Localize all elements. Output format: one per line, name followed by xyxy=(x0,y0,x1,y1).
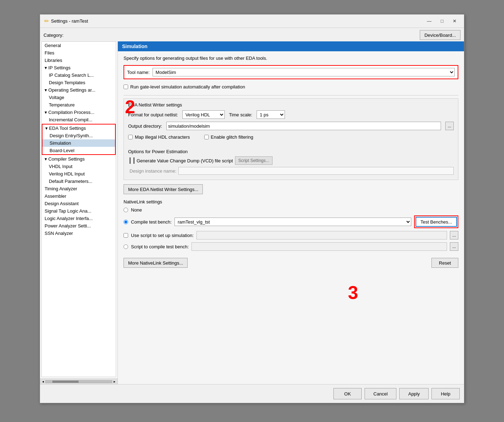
test-benches-button[interactable]: Test Benches... xyxy=(416,217,457,227)
category-panel: General Files Libraries ▾ IP Settings IP… xyxy=(40,41,118,384)
sidebar-item-compiler-settings[interactable]: ▾ Compiler Settings xyxy=(42,155,116,163)
sidebar-item-simulation[interactable]: Simulation xyxy=(42,139,115,147)
bottom-bar: OK Cancel Apply Help xyxy=(40,384,464,403)
enable-glitch-checkbox[interactable] xyxy=(204,135,209,139)
use-script-browse-button[interactable]: ... xyxy=(450,231,458,239)
time-scale-select[interactable]: 1 ps 10 ps 100 ps 1 ns xyxy=(257,110,285,119)
title-bar: ✏ Settings - ramTest — □ ✕ xyxy=(40,15,464,28)
script-compile-radio[interactable] xyxy=(124,244,128,249)
vcd-bar-icon xyxy=(130,157,131,164)
app-icon: ✏ xyxy=(44,18,49,24)
sidebar-item-signal-tap[interactable]: Signal Tap Logic Ana... xyxy=(42,207,116,215)
reset-button[interactable]: Reset xyxy=(431,258,458,268)
sidebar-item-ssn-analyzer[interactable]: SSN Analyzer xyxy=(42,230,116,237)
tool-name-label: Tool name: xyxy=(127,70,150,75)
use-script-input[interactable] xyxy=(196,231,447,239)
more-eda-settings-button[interactable]: More EDA Netlist Writer Settings... xyxy=(124,184,203,194)
scroll-right-icon[interactable]: ▸ xyxy=(114,380,115,383)
section-header: Simulation xyxy=(118,41,464,51)
power-estimation-section: Options for Power Estimation Generate Va… xyxy=(128,149,454,175)
nativelink-title: NativeLink settings xyxy=(124,199,458,204)
sidebar-item-incremental-comp[interactable]: Incremental Compil... xyxy=(42,116,116,123)
minimize-button[interactable]: — xyxy=(424,17,435,25)
sidebar-item-default-params[interactable]: Default Parameters... xyxy=(42,178,116,185)
sidebar-item-timing-analyzer[interactable]: Timing Analyzer xyxy=(42,185,116,192)
map-illegal-label: Map illegal HDL characters xyxy=(135,134,190,140)
sidebar-item-design-templates[interactable]: Design Templates xyxy=(42,79,116,86)
device-board-button[interactable]: Device/Board... xyxy=(420,30,460,40)
none-label: None xyxy=(131,207,142,213)
vcd-bar2-icon xyxy=(133,157,134,164)
help-button[interactable]: Help xyxy=(431,388,460,399)
design-instance-label: Design instance name: xyxy=(130,168,176,174)
sidebar-item-ip-catalog[interactable]: IP Catalog Search L... xyxy=(42,71,116,79)
none-radio-row: None xyxy=(124,207,458,213)
sidebar-item-general[interactable]: General xyxy=(42,42,116,49)
sidebar-item-temperature[interactable]: Temperature xyxy=(42,101,116,109)
sidebar-item-compilation-process[interactable]: ▾ Compilation Process... xyxy=(42,109,116,116)
use-script-label: Use script to set up simulation: xyxy=(131,233,194,238)
maximize-button[interactable]: □ xyxy=(437,17,447,25)
vcd-label: Generate Value Change Dump (VCD) file sc… xyxy=(137,158,233,163)
sidebar-item-verilog-hdl[interactable]: Verilog HDL Input xyxy=(42,170,116,178)
two-checkboxes-row: Map illegal HDL characters Enable glitch… xyxy=(128,133,454,145)
sidebar-item-board-level[interactable]: Board-Level xyxy=(42,147,115,154)
compile-radio[interactable] xyxy=(124,220,128,224)
output-dir-browse-button[interactable]: ... xyxy=(445,122,454,130)
run-gate-level-row: Run gate-level simulation automatically … xyxy=(124,83,458,91)
ok-button[interactable]: OK xyxy=(333,388,362,399)
close-button[interactable]: ✕ xyxy=(449,17,460,25)
script-settings-button[interactable]: Script Settings... xyxy=(235,156,272,165)
run-gate-label: Run gate-level simulation automatically … xyxy=(130,84,245,89)
output-dir-label: Output directory: xyxy=(128,123,162,129)
sidebar-item-ip-settings[interactable]: ▾ IP Settings xyxy=(42,64,116,71)
sidebar-item-logic-analyzer[interactable]: Logic Analyzer Interfa... xyxy=(42,215,116,222)
apply-button[interactable]: Apply xyxy=(399,388,429,399)
use-script-checkbox[interactable] xyxy=(124,233,128,238)
scroll-left-icon[interactable]: ◂ xyxy=(42,380,44,383)
sidebar-item-vhdl-input[interactable]: VHDL Input xyxy=(42,163,116,170)
design-instance-row: Design instance name: xyxy=(128,167,454,175)
output-dir-input[interactable] xyxy=(166,122,441,130)
more-nativelink-button[interactable]: More NativeLink Settings... xyxy=(124,258,188,268)
script-compile-browse-button[interactable]: ... xyxy=(450,242,458,251)
script-compile-row: Script to compile test bench: ... xyxy=(124,242,458,251)
tool-name-select[interactable]: ModelSim ModelSim-Altera VCS VCS-MX Acti… xyxy=(153,68,455,76)
sidebar-item-design-entry[interactable]: Design Entry/Synth... xyxy=(42,132,115,139)
description-text: Specify options for generating output fi… xyxy=(124,56,458,61)
none-radio[interactable] xyxy=(124,208,128,212)
eda-netlist-box: EDA Netlist Writer settings Format for o… xyxy=(124,98,458,180)
category-label: Category: xyxy=(44,33,63,38)
format-timescale-row: Format for output netlist: Verilog HDL V… xyxy=(128,110,454,119)
time-scale-label: Time scale: xyxy=(229,112,252,117)
compile-select[interactable]: ramTest_vlg_tst xyxy=(174,218,411,226)
main-panel: Simulation Specify options for generatin… xyxy=(118,41,464,384)
design-instance-input[interactable] xyxy=(178,167,454,175)
script-compile-input[interactable] xyxy=(191,242,447,251)
sidebar-item-libraries[interactable]: Libraries xyxy=(42,57,116,64)
sidebar-item-files[interactable]: Files xyxy=(42,49,116,57)
format-select[interactable]: Verilog HDL VHDL xyxy=(182,110,225,119)
vcd-row: Generate Value Change Dump (VCD) file sc… xyxy=(128,156,454,165)
map-illegal-checkbox[interactable] xyxy=(128,135,133,139)
settings-content: Specify options for generating output fi… xyxy=(118,51,464,384)
eda-netlist-title: EDA Netlist Writer settings xyxy=(128,102,454,108)
cancel-button[interactable]: Cancel xyxy=(365,388,396,399)
script-compile-label: Script to compile test bench: xyxy=(131,244,189,249)
settings-window: ✏ Settings - ramTest — □ ✕ Category: Dev… xyxy=(40,14,464,403)
power-estimation-title: Options for Power Estimation xyxy=(128,149,454,154)
sidebar-item-operating-settings[interactable]: ▾ Operating Settings ar... xyxy=(42,86,116,94)
sidebar-item-eda-tool-settings[interactable]: ▾ EDA Tool Settings xyxy=(42,125,115,132)
enable-glitch-row: Enable glitch filtering xyxy=(204,133,253,141)
sidebar-item-design-assistant[interactable]: Design Assistant xyxy=(42,200,116,207)
sidebar-item-power-analyzer[interactable]: Power Analyzer Setti... xyxy=(42,222,116,230)
test-benches-wrapper: Test Benches... xyxy=(414,215,458,228)
map-illegal-row: Map illegal HDL characters xyxy=(128,133,190,141)
enable-glitch-label: Enable glitch filtering xyxy=(211,134,253,140)
format-label: Format for output netlist: xyxy=(128,112,178,117)
sidebar-item-voltage[interactable]: Voltage xyxy=(42,94,116,101)
output-dir-row: Output directory: ... xyxy=(128,122,454,130)
use-script-row: Use script to set up simulation: ... xyxy=(124,231,458,239)
run-gate-checkbox[interactable] xyxy=(124,85,128,89)
sidebar-item-assembler[interactable]: Assembler xyxy=(42,192,116,200)
